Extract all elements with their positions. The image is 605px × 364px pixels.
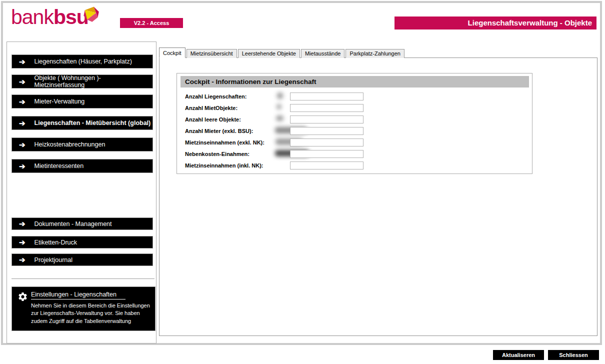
field-row-anzahl-leere-objekte: Anzahl leere Objekte: <box>177 116 532 126</box>
sidebar-item-label: Mietinteressenten <box>34 162 84 170</box>
field-row-mietzinseinnahmen-exkl: Mietzinseinnahmen (exkl. NK): <box>177 138 532 148</box>
arrow-icon: ➔ <box>19 256 26 264</box>
sidebar-item-label: Liegenschaften - Mietübersicht (global) <box>34 120 151 126</box>
nebenkosten-einnahmen-input[interactable] <box>290 150 364 158</box>
field-row-mietzinseinnahmen-inkl: Mietzinseinnahmen (inkl. NK): <box>177 162 532 172</box>
sidebar-item-liegenschaften[interactable]: ➔ Liegenschaften (Häuser, Parkplatz) <box>12 54 153 68</box>
tab-bar: Cockpit Mietzinsübersicht Leerstehende O… <box>159 48 406 58</box>
field-row-anzahl-mieter: Anzahl Mieter (exkl. BSU): <box>177 127 532 137</box>
sidebar-item-label: Mieter-Verwaltung <box>34 98 85 105</box>
field-row-anzahl-liegenschaften: Anzahl Liegenschaften: <box>177 92 532 102</box>
page-title: Liegenschaftsverwaltung - Objekte <box>394 16 596 30</box>
field-label: Nebenkosten-Einahmen: <box>185 151 250 157</box>
sidebar-item-projektjournal[interactable]: ➔ Projektjournal <box>12 254 153 266</box>
anzahl-mietobjekte-input[interactable] <box>290 104 364 112</box>
tab-content-panel: Cockpit - Informationen zur Liegenschaft… <box>159 58 598 336</box>
field-label: Mietzinseinnahmen (exkl. NK): <box>185 140 264 146</box>
field-row-anzahl-mietobjekte: Anzahl MietObjekte: <box>177 104 532 114</box>
version-badge: V2.2 - Access <box>120 18 183 28</box>
sidebar-item-mietinteressenten[interactable]: ➔ Mietinteressenten <box>12 159 153 173</box>
section-header: Cockpit - Informationen zur Liegenschaft <box>180 76 529 88</box>
arrow-icon: ➔ <box>19 120 26 127</box>
app-window: bankbsu V2.2 - Access Liegenschaftsverwa… <box>0 0 605 364</box>
brand-logo: bankbsu <box>11 4 88 30</box>
redacted-value <box>276 116 284 121</box>
sidebar-item-label: Projektjournal <box>34 256 72 264</box>
close-button[interactable]: Schliessen <box>548 350 599 360</box>
sidebar-item-label: Dokumenten - Management <box>34 220 112 228</box>
arrow-icon: ➔ <box>19 141 26 148</box>
tab-leerstehende-objekte[interactable]: Leerstehende Objekte <box>238 49 300 58</box>
settings-title[interactable]: Einstellungen - Liegenschaften <box>31 291 126 300</box>
field-row-nebenkosten-einnahmen: Nebenkosten-Einahmen: <box>177 150 532 160</box>
field-label: Anzahl Mieter (exkl. BSU): <box>185 128 253 134</box>
sidebar-item-heizkostenabrechnungen[interactable]: ➔ Heizkostenabrechnungen <box>12 138 153 152</box>
cockpit-groupbox: Cockpit - Informationen zur Liegenschaft… <box>176 73 532 174</box>
field-label: Anzahl Liegenschaften: <box>185 94 246 100</box>
settings-description: Nehmen Sie in diesem Bereich die Einstel… <box>31 302 152 325</box>
sidebar-item-mietuebersicht-global[interactable]: ➔ Liegenschaften - Mietübersicht (global… <box>12 116 153 130</box>
mietzinseinnahmen-inkl-input[interactable] <box>290 162 364 170</box>
arrow-icon: ➔ <box>19 98 26 106</box>
gear-icon <box>18 292 28 302</box>
settings-panel[interactable]: Einstellungen - Liegenschaften Nehmen Si… <box>12 286 156 331</box>
arrow-icon: ➔ <box>19 238 26 246</box>
brand-gem-icon <box>82 5 100 23</box>
arrow-icon: ➔ <box>19 220 26 228</box>
field-label: Mietzinseinnahmen (inkl. NK): <box>185 162 263 168</box>
sidebar-item-label: Heizkostenabrechnungen <box>34 141 106 148</box>
field-label: Anzahl leere Objekte: <box>185 116 241 122</box>
arrow-icon: ➔ <box>19 162 26 170</box>
arrow-icon: ➔ <box>19 58 26 66</box>
refresh-button[interactable]: Aktualiseren <box>493 350 544 360</box>
tab-mietausstaende[interactable]: Mietausstände <box>301 49 345 58</box>
logo-text-regular: bank <box>11 6 54 28</box>
sidebar-item-mieter-verwaltung[interactable]: ➔ Mieter-Verwaltung <box>12 94 153 108</box>
redacted-value <box>277 92 283 99</box>
tab-cockpit[interactable]: Cockpit <box>159 48 186 58</box>
sidebar-item-objekte-mietzinserfassung[interactable]: ➔ Objekte ( Wohnungen )- Mietzinserfassu… <box>12 74 153 88</box>
anzahl-liegenschaften-input[interactable] <box>290 92 364 100</box>
anzahl-leere-objekte-input[interactable] <box>290 116 364 124</box>
arrow-icon: ➔ <box>19 78 26 86</box>
sidebar-item-dokumenten-management[interactable]: ➔ Dokumenten - Management <box>12 218 153 230</box>
sidebar-item-label: Objekte ( Wohnungen )- Mietzinserfassung <box>34 74 152 88</box>
sidebar-item-etiketten-druck[interactable]: ➔ Etiketten-Druck <box>12 236 153 248</box>
sidebar-item-label: Etiketten-Druck <box>34 239 77 246</box>
sidebar-item-label: Liegenschaften (Häuser, Parkplatz) <box>34 58 132 65</box>
anzahl-mieter-input[interactable] <box>290 127 364 135</box>
redacted-value <box>276 104 282 110</box>
tab-parkplatz-zahlungen[interactable]: Parkplatz-Zahlungen <box>346 49 404 58</box>
tab-mietzinsuebersicht[interactable]: Mietzinsübersicht <box>186 49 237 58</box>
field-label: Anzahl MietObjekte: <box>185 105 238 111</box>
mietzinseinnahmen-exkl-input[interactable] <box>290 138 364 146</box>
sidebar: ➔ Liegenschaften (Häuser, Parkplatz) ➔ O… <box>6 42 156 344</box>
sidebar-divider <box>12 278 154 279</box>
